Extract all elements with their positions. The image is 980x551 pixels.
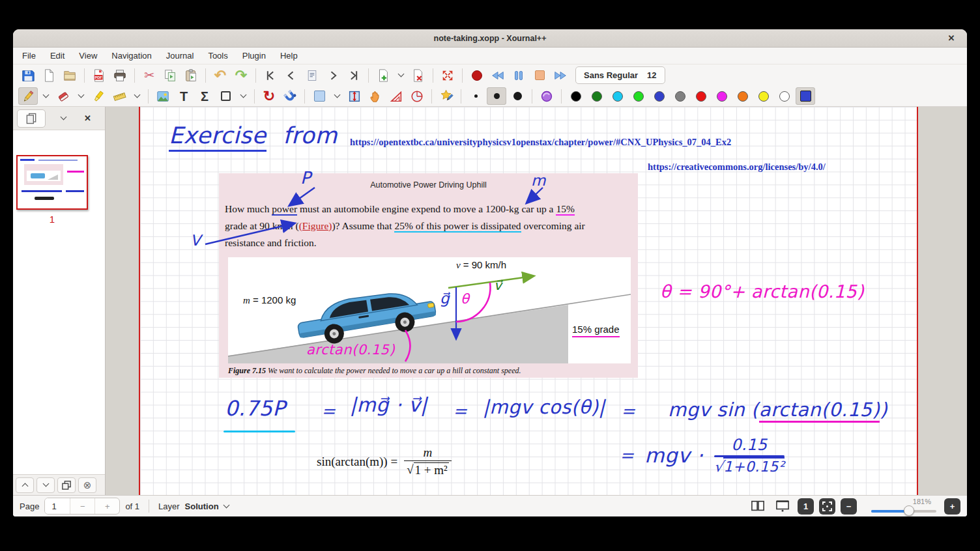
text-tool-button[interactable]: T bbox=[174, 87, 194, 105]
color-black-button[interactable] bbox=[566, 87, 586, 105]
move-page-up-button[interactable] bbox=[16, 477, 34, 493]
zoom-100-button[interactable]: 1 bbox=[798, 498, 814, 515]
thickness-thick-button[interactable] bbox=[508, 87, 527, 105]
annotation-v: V bbox=[190, 232, 201, 249]
sidebar-chevron-down-icon[interactable] bbox=[61, 114, 67, 120]
first-page-button[interactable] bbox=[261, 66, 280, 84]
sidebar-close-icon[interactable]: ✕ bbox=[84, 113, 91, 123]
font-button[interactable]: Sans Regular 12 bbox=[575, 66, 665, 84]
color-white-button[interactable] bbox=[775, 87, 794, 105]
color-lightgreen-button[interactable] bbox=[629, 87, 648, 105]
page-plus-button[interactable]: + bbox=[94, 498, 119, 514]
zoom-slider-thumb[interactable] bbox=[904, 505, 914, 516]
paste-button[interactable] bbox=[181, 66, 201, 84]
color-gray-button[interactable] bbox=[670, 87, 690, 105]
zoom-fit-button[interactable] bbox=[819, 498, 835, 515]
color-green-button[interactable] bbox=[587, 87, 607, 105]
math-tex-button[interactable]: Σ bbox=[195, 87, 214, 105]
figure-link[interactable]: (Figure) bbox=[299, 220, 332, 231]
menubar: File Edit View Navigation Journal Tools … bbox=[13, 48, 967, 64]
menu-tools[interactable]: Tools bbox=[208, 51, 227, 61]
color-picker-button[interactable] bbox=[796, 87, 815, 105]
stop-button[interactable] bbox=[530, 66, 549, 84]
print-button[interactable] bbox=[110, 66, 130, 84]
pen-options-dropdown[interactable] bbox=[39, 87, 52, 105]
eraser-options-dropdown[interactable] bbox=[74, 87, 87, 105]
vertical-space-button[interactable] bbox=[345, 87, 364, 105]
color-magenta-button[interactable] bbox=[712, 87, 732, 105]
highlighter-tool-button[interactable] bbox=[89, 87, 108, 105]
titlebar[interactable]: note-taking.xopp - Xournal++ ✕ bbox=[13, 29, 967, 48]
color-orange-button[interactable] bbox=[733, 87, 753, 105]
shape-tool-button[interactable] bbox=[216, 87, 235, 105]
window-close-icon[interactable]: ✕ bbox=[945, 32, 958, 45]
ruler-options-dropdown[interactable] bbox=[130, 87, 143, 105]
open-button[interactable] bbox=[60, 66, 79, 84]
layer-selector[interactable]: Solution bbox=[185, 502, 219, 511]
record-button[interactable] bbox=[467, 66, 487, 84]
fullscreen-button[interactable] bbox=[438, 66, 457, 84]
delete-page-button[interactable] bbox=[409, 66, 428, 84]
page-number-input[interactable]: 1 bbox=[45, 498, 70, 514]
new-document-button[interactable] bbox=[39, 66, 59, 84]
sidebar-preview-tab[interactable] bbox=[17, 109, 46, 128]
favorite-pen-button[interactable] bbox=[437, 87, 456, 105]
dual-page-view-button[interactable] bbox=[748, 498, 768, 515]
delete-page-sidebar-button[interactable]: ⊗ bbox=[78, 477, 96, 493]
thickness-fine-button[interactable] bbox=[466, 87, 485, 105]
color-yellow-button[interactable] bbox=[754, 87, 773, 105]
pen-tool-button[interactable] bbox=[18, 87, 38, 105]
menu-plugin[interactable]: Plugin bbox=[242, 51, 266, 61]
color-blue-button[interactable] bbox=[650, 87, 669, 105]
forward-button[interactable] bbox=[551, 66, 570, 84]
save-button[interactable] bbox=[18, 66, 38, 84]
zoom-in-button[interactable]: + bbox=[944, 498, 960, 515]
color-cyan-button[interactable] bbox=[608, 87, 627, 105]
menu-edit[interactable]: Edit bbox=[50, 51, 65, 61]
rewind-button[interactable] bbox=[488, 66, 508, 84]
presentation-mode-button[interactable] bbox=[773, 498, 792, 515]
license-link: https://creativecommons.org/licenses/by/… bbox=[648, 162, 826, 173]
duplicate-page-button[interactable] bbox=[57, 477, 76, 493]
zoom-slider[interactable] bbox=[871, 506, 936, 515]
hand-tool-button[interactable] bbox=[366, 87, 385, 105]
add-page-dropdown[interactable] bbox=[394, 66, 407, 84]
shape-options-dropdown[interactable] bbox=[237, 87, 250, 105]
color-red-button[interactable] bbox=[691, 87, 711, 105]
copy-button[interactable] bbox=[160, 66, 180, 84]
cut-button[interactable]: ✂ bbox=[139, 66, 159, 84]
snapping-button[interactable] bbox=[280, 87, 300, 105]
menu-file[interactable]: File bbox=[22, 51, 36, 61]
menu-journal[interactable]: Journal bbox=[166, 51, 194, 61]
last-page-button[interactable] bbox=[344, 66, 364, 84]
next-page-button[interactable] bbox=[323, 66, 343, 84]
page-minus-button[interactable]: − bbox=[70, 498, 94, 514]
goto-page-button[interactable] bbox=[302, 66, 322, 84]
previous-page-button[interactable] bbox=[281, 66, 301, 84]
menu-view[interactable]: View bbox=[79, 51, 97, 61]
undo-button[interactable]: ↶ bbox=[210, 66, 230, 84]
compass-tool-button[interactable] bbox=[407, 87, 427, 105]
select-rectangle-button[interactable] bbox=[310, 87, 329, 105]
fill-tool-button[interactable] bbox=[537, 87, 556, 105]
setsquare-tool-button[interactable] bbox=[386, 87, 406, 105]
layer-chevron-down-icon[interactable] bbox=[223, 502, 229, 508]
move-page-down-button[interactable] bbox=[36, 477, 55, 493]
menu-navigation[interactable]: Navigation bbox=[111, 51, 151, 61]
ruler-tool-button[interactable] bbox=[109, 87, 129, 105]
vertical-space-icon bbox=[347, 89, 362, 104]
select-options-dropdown[interactable] bbox=[330, 87, 343, 105]
page-thumbnail[interactable] bbox=[16, 155, 88, 210]
eraser-tool-button[interactable] bbox=[53, 87, 73, 105]
redo-button[interactable]: ↷ bbox=[231, 66, 251, 84]
menu-help[interactable]: Help bbox=[280, 51, 298, 61]
thickness-medium-button[interactable] bbox=[487, 87, 506, 105]
document-page[interactable]: Exercise from https://opentextbc.ca/univ… bbox=[139, 107, 918, 495]
zoom-out-button[interactable]: − bbox=[841, 498, 857, 515]
add-page-button[interactable] bbox=[373, 66, 393, 84]
insert-image-button[interactable] bbox=[153, 87, 173, 105]
shape-recognizer-button[interactable]: ↻ bbox=[259, 87, 279, 105]
eq1-equals-3: = bbox=[621, 401, 635, 421]
pause-button[interactable] bbox=[509, 66, 528, 84]
export-pdf-button[interactable]: PDF bbox=[89, 66, 109, 84]
